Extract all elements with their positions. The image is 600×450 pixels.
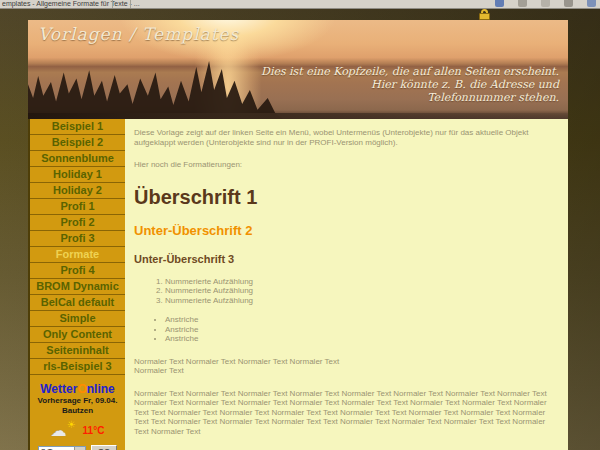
dune-grass-silhouette: [28, 61, 283, 119]
dropdown-arrow-icon[interactable]: ▼: [74, 447, 85, 450]
sun-icon: ☀: [67, 419, 76, 430]
wetteronline-logo[interactable]: WetterOnline: [30, 382, 125, 396]
sidebar-item-belcal-default[interactable]: BelCal default: [30, 295, 125, 311]
shoreline: [28, 113, 568, 119]
bullet-list: Anstriche Anstriche Anstriche: [165, 315, 556, 344]
header-tagline: Dies ist eine Kopfzeile, die auf allen S…: [261, 65, 559, 104]
page-body: Beispiel 1 Beispiel 2 Sonnenblume Holida…: [28, 119, 568, 450]
heading-2: Unter-Überschrift 2: [134, 226, 556, 236]
tab-separator: [112, 0, 113, 9]
sidebar-menu: Beispiel 1 Beispiel 2 Sonnenblume Holida…: [28, 119, 125, 450]
tagline-line: Telefonnummer stehen.: [427, 91, 559, 104]
forecast-controls: 3 Tage ▼ GO: [30, 445, 125, 450]
numbered-list-item: Nummerierte Aufzählung: [165, 277, 556, 287]
normal-text-paragraph: Normaler Text Normaler Text Normaler Tex…: [134, 389, 554, 437]
tab-separator: [130, 0, 131, 9]
brand-text: nline: [87, 382, 115, 396]
bullet-list-item: Anstriche: [165, 334, 556, 344]
forecast-range-select[interactable]: 3 Tage ▼: [38, 446, 86, 450]
sidebar-item-formate[interactable]: Formate: [30, 247, 125, 263]
screenshot-root: emplates - Allgemeine Formate für Texte …: [0, 0, 600, 450]
cloud-icon: ☁: [51, 421, 67, 440]
website-page: Vorlagen / Templates Dies ist eine Kopfz…: [28, 20, 568, 450]
heading-1: Überschrift 1: [134, 186, 556, 208]
lock-body: [479, 13, 490, 20]
sun-o-icon: O: [77, 382, 86, 396]
forecast-date: Vorhersage Fr, 09.04.: [30, 396, 125, 406]
sidebar-item-holiday-2[interactable]: Holiday 2: [30, 183, 125, 199]
sidebar-item-profi-4[interactable]: Profi 4: [30, 263, 125, 279]
numbered-list-item: Nummerierte Aufzählung: [165, 286, 556, 296]
toolbar-bookmark-icon[interactable]: [495, 0, 504, 7]
bullet-list-item: Anstriche: [165, 325, 556, 335]
sidebar-item-sonnenblume[interactable]: Sonnenblume: [30, 151, 125, 167]
numbered-list-item: Nummerierte Aufzählung: [165, 296, 556, 306]
sidebar-item-seiteninhalt[interactable]: Seiteninhalt: [30, 343, 125, 359]
main-content: Diese Vorlage zeigt auf der linken Seite…: [125, 119, 568, 450]
toolbar-zoom-icon[interactable]: [541, 0, 550, 7]
site-title: Vorlagen / Templates: [38, 24, 239, 44]
normal-text-line: Normaler Text Normaler Text Normaler Tex…: [134, 357, 339, 366]
normal-text-block: Normaler Text Normaler Text Normaler Tex…: [134, 357, 556, 376]
numbered-list: Nummerierte Aufzählung Nummerierte Aufzä…: [165, 277, 556, 306]
toolbar-help-icon[interactable]: [587, 0, 596, 7]
go-button[interactable]: GO: [91, 445, 117, 450]
toolbar-print-icon[interactable]: [518, 0, 527, 7]
sidebar-item-profi-3[interactable]: Profi 3: [30, 231, 125, 247]
tagline-line: Dies ist eine Kopfzeile, die auf allen S…: [261, 65, 559, 78]
tagline-line: Hier könnte z. B. die Adresse und: [371, 78, 559, 91]
heading-3: Unter-Überschrift 3: [134, 255, 556, 265]
sidebar-item-beispiel-1[interactable]: Beispiel 1: [30, 119, 125, 135]
sidebar-item-brom-dynamic[interactable]: BROM Dynamic: [30, 279, 125, 295]
forecast-city: Bautzen: [30, 406, 125, 416]
sidebar-item-profi-1[interactable]: Profi 1: [30, 199, 125, 215]
forecast-row: ☀ ☁ 11°C: [30, 419, 125, 441]
sidebar-item-simple[interactable]: Simple: [30, 311, 125, 327]
page-header-sunset: Vorlagen / Templates Dies ist eine Kopfz…: [28, 20, 568, 119]
bullet-list-item: Anstriche: [165, 315, 556, 325]
weather-widget: WetterOnline Vorhersage Fr, 09.04. Bautz…: [30, 382, 125, 450]
browser-toolbar-icons: [495, 0, 596, 7]
browser-tab[interactable]: emplates - Allgemeine Formate für Texte …: [2, 0, 140, 7]
format-intro-line: Hier noch die Formatierungen:: [134, 160, 556, 170]
brand-text: Wetter: [40, 382, 77, 396]
sidebar-item-rls-beispiel-3[interactable]: rls-Beispiel 3: [30, 359, 125, 375]
sidebar-item-profi-2[interactable]: Profi 2: [30, 215, 125, 231]
cloud-sun-icon: ☀ ☁: [51, 421, 75, 439]
sidebar-item-only-content[interactable]: Only Content: [30, 327, 125, 343]
browser-tab-bar: emplates - Allgemeine Formate für Texte …: [0, 0, 600, 9]
intro-paragraph: Diese Vorlage zeigt auf der linken Seite…: [134, 128, 554, 147]
toolbar-tools-icon[interactable]: [564, 0, 573, 7]
sidebar-item-holiday-1[interactable]: Holiday 1: [30, 167, 125, 183]
sidebar-item-beispiel-2[interactable]: Beispiel 2: [30, 135, 125, 151]
normal-text-line: Normaler Text: [134, 366, 184, 375]
temperature-value: 11°C: [83, 425, 105, 436]
